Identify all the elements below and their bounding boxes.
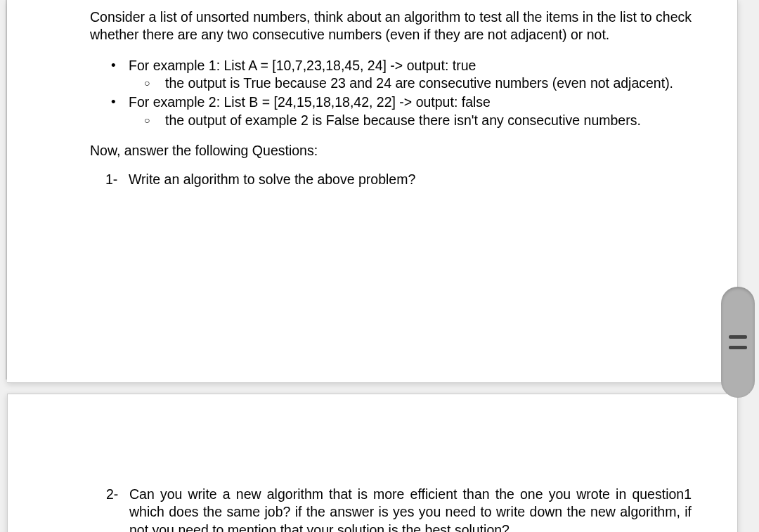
question-text: Write an algorithm to solve the above pr… — [129, 171, 415, 187]
sub-list: the output is True because 23 and 24 are… — [129, 74, 692, 92]
sub-item: the output is True because 23 and 24 are… — [129, 74, 692, 92]
page-top: Consider a list of unsorted numbers, thi… — [7, 0, 738, 383]
question-text: Can you write a new algorithm that is mo… — [129, 486, 692, 532]
example-text: For example 1: List A = [10,7,23,18,45, … — [129, 58, 476, 73]
question-item: 1- Write an algorithm to solve the above… — [90, 171, 692, 188]
scroll-bar-line — [729, 335, 747, 339]
page-bottom: 2- Can you write a new algorithm that is… — [7, 394, 738, 532]
sub-list: the output of example 2 is False because… — [129, 112, 692, 129]
example-text: For example 2: List B = [24,15,18,18,42,… — [129, 94, 491, 110]
intro-paragraph: Consider a list of unsorted numbers, thi… — [90, 8, 692, 44]
scroll-widget[interactable] — [721, 287, 755, 398]
scroll-bar-line — [729, 346, 747, 349]
examples-list: For example 1: List A = [10,7,23,18,45, … — [90, 57, 692, 129]
question-number: 2- — [106, 486, 118, 503]
content-bottom: 2- Can you write a new algorithm that is… — [91, 486, 692, 532]
question-number: 1- — [105, 171, 117, 188]
question-list-2: 2- Can you write a new algorithm that is… — [91, 486, 692, 532]
question-list-1: 1- Write an algorithm to solve the above… — [90, 171, 692, 188]
example-item: For example 2: List B = [24,15,18,18,42,… — [90, 93, 692, 129]
example-item: For example 1: List A = [10,7,23,18,45, … — [90, 57, 692, 93]
question-item: 2- Can you write a new algorithm that is… — [91, 486, 692, 532]
prompt-text: Now, answer the following Questions: — [90, 142, 692, 160]
sub-item: the output of example 2 is False because… — [129, 112, 692, 129]
content-top: Consider a list of unsorted numbers, thi… — [90, 8, 692, 189]
